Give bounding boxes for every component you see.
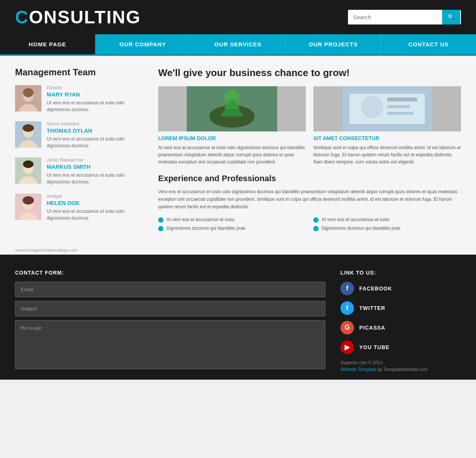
team-info-1: Director MARY RYAN Ut vero eos et accusa…	[47, 85, 147, 113]
team-photo-1	[15, 85, 41, 111]
card-desc-1: At vero eos et accusamus et iusto odio d…	[158, 144, 306, 166]
template-link-suffix: by TemplateMonster.com	[376, 367, 428, 372]
svg-rect-23	[387, 105, 410, 108]
link-to-us-label: LINK TO US:	[340, 270, 461, 276]
team-role-3: Junior Researcher	[47, 157, 147, 163]
card-row: LOREM IPSUM DOLOR At vero eos et accusam…	[158, 86, 461, 166]
bullet-col-1: At vero eos et accusamus et iusto Dignis…	[158, 217, 306, 234]
business-title: We'll give your business chance to grow!	[158, 67, 461, 79]
copyright-text: Superior.com © 2011	[340, 360, 461, 365]
team-photo-2	[15, 121, 41, 148]
bullet-item-1: At vero eos et accusamus et iusto	[158, 217, 306, 223]
social-picassa[interactable]: G PICASSA	[340, 321, 461, 334]
bullet-text-4: Dignissimos ducimus qui blanditiis prae	[322, 226, 400, 231]
bullet-text-2: Dignissimos ducimus qui blanditiis prae	[166, 226, 245, 231]
team-member-3: Junior Researcher MARKUS SMITH Ut vero e…	[15, 157, 147, 185]
social-youtube[interactable]: ▶ YOU TUBE	[340, 340, 461, 354]
search-button[interactable]: 🔍	[442, 10, 460, 24]
team-info-2: Senior Assistant THOMAS DYLAN Ut vero eo…	[47, 121, 147, 149]
bullet-item-2: Dignissimos ducimus qui blanditiis prae	[158, 226, 306, 231]
nav-item-home[interactable]: HOME PAGE	[0, 34, 95, 54]
management-team-section: Management Team Director MARY RYAN Ut ve…	[15, 67, 158, 234]
search-bar[interactable]: 🔍	[348, 10, 461, 24]
bullet-dot-1	[158, 217, 163, 223]
card-image-1	[158, 86, 306, 131]
twitter-icon: t	[340, 301, 354, 315]
team-member-4: Analyst HELEN DOE Ut vero eos et accusam…	[15, 194, 147, 221]
bullet-text-3: At vero eos et accusamus et iusto	[322, 217, 389, 222]
header: CONSULTING 🔍	[0, 0, 476, 34]
svg-point-15	[23, 196, 34, 205]
exp-title: Experience and Professionals	[158, 174, 461, 183]
main-nav: HOME PAGE OUR COMPANY OUR SERVICES OUR P…	[0, 34, 476, 56]
team-name-2: THOMAS DYLAN	[47, 127, 147, 134]
watermark: www.heritagechristiancollege.com	[0, 246, 476, 255]
svg-point-11	[23, 160, 34, 168]
message-field[interactable]	[15, 320, 325, 369]
team-desc-2: Ut vero eos et accusamus et iusto odio d…	[47, 136, 147, 149]
card-2: SIT AMET CONSECTETUR Similique sunt in c…	[313, 86, 461, 166]
search-input[interactable]	[348, 10, 442, 24]
bullet-dot-4	[313, 226, 319, 231]
card-title-2: SIT AMET CONSECTETUR	[313, 135, 461, 141]
team-role-4: Analyst	[47, 194, 147, 199]
subject-field[interactable]	[15, 301, 325, 316]
team-name-3: MARKUS SMITH	[47, 163, 147, 170]
team-role-2: Senior Assistant	[47, 121, 147, 127]
footer: CONTACT FORM: LINK TO US: f FACEBOOK t T…	[0, 255, 476, 380]
logo-text: ONSULTING	[29, 7, 141, 27]
svg-point-3	[23, 88, 34, 97]
team-member-1: Director MARY RYAN Ut vero eos et accusa…	[15, 85, 147, 113]
team-photo-4	[15, 194, 41, 220]
bullet-item-4: Dignissimos ducimus qui blanditiis prae	[313, 226, 461, 231]
social-twitter[interactable]: t TWITTER	[340, 301, 461, 315]
svg-rect-22	[387, 98, 417, 101]
picassa-icon: G	[340, 321, 354, 334]
youtube-icon: ▶	[340, 340, 354, 354]
bullet-dot-2	[158, 226, 163, 231]
team-name-1: MARY RYAN	[47, 91, 147, 98]
team-photo-3	[15, 157, 41, 184]
team-info-3: Junior Researcher MARKUS SMITH Ut vero e…	[47, 157, 147, 185]
svg-point-21	[361, 96, 383, 118]
nav-item-projects[interactable]: OUR PROJECTS	[286, 34, 381, 54]
template-link-anchor[interactable]: Website Template	[340, 367, 376, 372]
search-icon: 🔍	[447, 14, 455, 20]
facebook-label: FACEBOOK	[359, 285, 392, 292]
picassa-label: PICASSA	[359, 325, 385, 331]
card-desc-2: Similique sunt in culpa qui officia dese…	[313, 144, 461, 166]
management-title: Management Team	[15, 67, 147, 78]
contact-form-section: CONTACT FORM:	[15, 270, 325, 372]
svg-point-7	[23, 124, 34, 132]
bullet-dot-3	[313, 217, 319, 223]
facebook-icon: f	[340, 282, 354, 295]
business-section: We'll give your business chance to grow!…	[158, 67, 461, 234]
team-desc-1: Ut vero eos et accusamus et iusto odio d…	[47, 99, 147, 113]
nav-item-contact[interactable]: CONTACT US	[381, 34, 476, 54]
bullet-text-1: At vero eos et accusamus et iusto	[166, 217, 234, 222]
svg-rect-24	[387, 112, 413, 115]
contact-form-label: CONTACT FORM:	[15, 270, 325, 276]
twitter-label: TWITTER	[359, 305, 385, 311]
nav-item-company[interactable]: OUR COMPANY	[95, 34, 191, 54]
email-field[interactable]	[15, 282, 325, 297]
bullet-item-3: At vero eos et accusamus et iusto	[313, 217, 461, 223]
team-info-4: Analyst HELEN DOE Ut vero eos et accusam…	[47, 194, 147, 221]
main-content: Management Team Director MARY RYAN Ut ve…	[0, 56, 476, 246]
team-desc-4: Ut vero eos et accusamus et iusto odio d…	[47, 208, 147, 221]
team-name-4: HELEN DOE	[47, 200, 147, 206]
template-link[interactable]: Website Template by TemplateMonster.com	[340, 367, 461, 372]
card-image-2	[313, 86, 461, 131]
exp-desc: Vero eos et accusamus et iusto odio dign…	[158, 188, 461, 211]
card-1: LOREM IPSUM DOLOR At vero eos et accusam…	[158, 86, 306, 166]
team-role-1: Director	[47, 85, 147, 90]
bullet-col-2: At vero eos et accusamus et iusto Dignis…	[313, 217, 461, 234]
social-facebook[interactable]: f FACEBOOK	[340, 282, 461, 295]
social-links-section: LINK TO US: f FACEBOOK t TWITTER G PICAS…	[340, 270, 461, 372]
bullets-section: At vero eos et accusamus et iusto Dignis…	[158, 217, 461, 234]
nav-item-services[interactable]: OUR SERVICES	[191, 34, 286, 54]
card-title-1: LOREM IPSUM DOLOR	[158, 135, 306, 141]
team-member-2: Senior Assistant THOMAS DYLAN Ut vero eo…	[15, 121, 147, 149]
logo: CONSULTING	[15, 7, 141, 27]
youtube-label: YOU TUBE	[359, 344, 389, 350]
